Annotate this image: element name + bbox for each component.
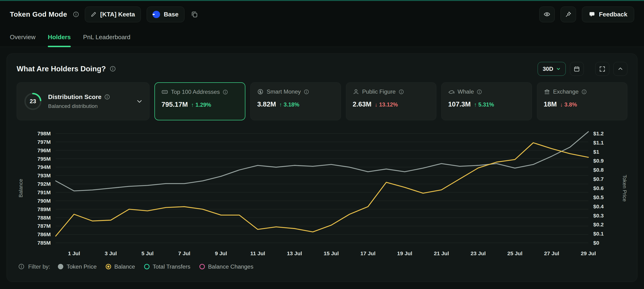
stat-card-top-100-addresses[interactable]: Top 100 Addresses 795.17M ↑ 1.29% [154, 82, 245, 120]
info-icon[interactable] [223, 89, 228, 95]
info-icon[interactable] [582, 89, 587, 95]
feedback-button[interactable]: Feedback [582, 7, 634, 22]
pencil-icon [91, 12, 96, 17]
pin-icon [565, 11, 572, 18]
public-figure-icon [353, 88, 359, 95]
svg-text:798M: 798M [38, 130, 51, 137]
stat-card-public-figure[interactable]: Public Figure 2.63M ↓ 13.12% [346, 82, 436, 120]
info-icon[interactable] [399, 89, 404, 95]
info-icon[interactable] [104, 94, 110, 100]
stat-change: ↑ 5.31% [474, 102, 494, 108]
chevron-up-icon [618, 66, 624, 72]
stat-change: ↓ 13.12% [375, 102, 398, 108]
legend-item-balance-changes[interactable]: Balance Changes [200, 263, 253, 270]
collapse-button[interactable] [613, 62, 627, 76]
panel-controls: 30D [538, 62, 627, 76]
distribution-score-card[interactable]: 23 Distribution Score Balanced distribut… [17, 82, 150, 120]
legend-item-token-price[interactable]: Token Price [58, 263, 96, 270]
info-icon[interactable] [18, 263, 24, 269]
legend-item-total-transfers[interactable]: Total Transfers [144, 263, 190, 270]
legend-items: Token PriceBalanceTotal TransfersBalance… [58, 263, 253, 270]
eye-icon [544, 11, 550, 18]
stat-value: 3.82M [257, 100, 276, 108]
copy-address-icon[interactable] [191, 11, 198, 18]
svg-text:19 Jul: 19 Jul [397, 250, 412, 256]
distribution-score-texts: Distribution Score Balanced distribution [48, 93, 110, 110]
svg-text:5 Jul: 5 Jul [142, 250, 154, 256]
holders-panel: What Are Holders Doing? 30D [6, 54, 638, 282]
svg-text:9 Jul: 9 Jul [215, 250, 227, 256]
svg-text:790M: 790M [38, 198, 51, 204]
stat-change: ↑ 1.29% [191, 102, 211, 108]
distribution-score-gauge: 23 [24, 92, 42, 111]
stat-card-exchange[interactable]: Exchange 18M ↓ 3.8% [537, 82, 627, 120]
stat-value: 107.3M [448, 100, 470, 108]
distribution-score-value: 23 [24, 92, 42, 111]
distribution-score-subtitle: Balanced distribution [48, 103, 110, 109]
svg-text:785M: 785M [38, 240, 51, 246]
page-content: What Are Holders Doing? 30D [0, 47, 644, 289]
svg-text:$0.3: $0.3 [594, 212, 604, 218]
svg-text:25 Jul: 25 Jul [507, 250, 522, 256]
stat-label: Top 100 Addresses [171, 89, 220, 95]
page-title: Token God Mode [10, 10, 67, 18]
tab-holders[interactable]: Holders [48, 28, 71, 47]
holders-balance-chart[interactable]: 798M797M796M795M794M793M792M791M790M789M… [17, 125, 627, 262]
svg-text:795M: 795M [38, 156, 51, 162]
watch-button[interactable] [539, 7, 555, 22]
svg-text:$0: $0 [594, 240, 599, 246]
stat-label: Smart Money [267, 88, 301, 95]
svg-text:797M: 797M [38, 139, 51, 145]
trend-arrow: ↑ [191, 102, 194, 108]
svg-text:796M: 796M [38, 147, 51, 153]
info-icon[interactable] [110, 66, 116, 72]
legend-item-balance[interactable]: Balance [106, 263, 135, 270]
svg-text:$0.5: $0.5 [594, 194, 604, 200]
stat-value: 2.63M [353, 100, 372, 108]
svg-text:Balance: Balance [18, 179, 24, 197]
legend-swatch [106, 264, 111, 269]
stat-label: Public Figure [362, 88, 396, 95]
stat-label: Exchange [553, 88, 578, 95]
timeframe-value: 30D [543, 66, 553, 72]
svg-text:$0.6: $0.6 [594, 185, 604, 191]
token-god-mode-page: Token God Mode [KTA] Keeta Base [0, 0, 644, 289]
svg-text:29 Jul: 29 Jul [581, 250, 596, 256]
feedback-label: Feedback [599, 11, 627, 18]
timeframe-dropdown[interactable]: 30D [538, 62, 566, 76]
calendar-icon [574, 66, 580, 72]
smart-money-icon [257, 88, 264, 95]
stat-card-whale[interactable]: Whale 107.3M ↑ 5.31% [441, 82, 532, 120]
legend-label: Balance [114, 263, 135, 270]
tab-overview[interactable]: Overview [10, 28, 36, 47]
whale-icon [448, 88, 455, 95]
chevron-down-icon [556, 67, 560, 71]
feedback-bubble-icon [589, 11, 595, 18]
info-icon[interactable] [73, 11, 79, 17]
chain-selector-badge[interactable]: Base [147, 7, 184, 22]
info-icon[interactable] [304, 89, 309, 95]
svg-text:$0.7: $0.7 [594, 176, 604, 182]
pin-button[interactable] [560, 7, 576, 22]
chart-filter-legend: Filter by: Token PriceBalanceTotal Trans… [17, 263, 627, 270]
svg-text:794M: 794M [38, 164, 51, 170]
svg-text:792M: 792M [38, 181, 51, 187]
trend-arrow: ↓ [560, 102, 563, 108]
token-selector-badge[interactable]: [KTA] Keeta [85, 7, 141, 22]
stat-cards-row: 23 Distribution Score Balanced distribut… [17, 82, 627, 120]
stat-change: ↓ 3.8% [560, 102, 577, 108]
tab-pnl-leaderboard[interactable]: PnL Leaderboard [83, 28, 130, 47]
svg-text:21 Jul: 21 Jul [434, 250, 449, 256]
svg-text:17 Jul: 17 Jul [360, 250, 376, 256]
svg-text:7 Jul: 7 Jul [178, 250, 190, 256]
svg-text:15 Jul: 15 Jul [324, 250, 339, 256]
svg-text:$0.8: $0.8 [594, 167, 604, 173]
svg-text:$1.1: $1.1 [594, 140, 604, 146]
stat-card-smart-money[interactable]: Smart Money 3.82M ↑ 3.18% [250, 82, 341, 120]
trend-arrow: ↓ [375, 102, 378, 108]
calendar-button[interactable] [570, 62, 584, 76]
chevron-down-icon[interactable] [136, 98, 143, 105]
info-icon[interactable] [477, 89, 482, 95]
svg-text:789M: 789M [38, 206, 51, 212]
fullscreen-button[interactable] [595, 62, 609, 76]
